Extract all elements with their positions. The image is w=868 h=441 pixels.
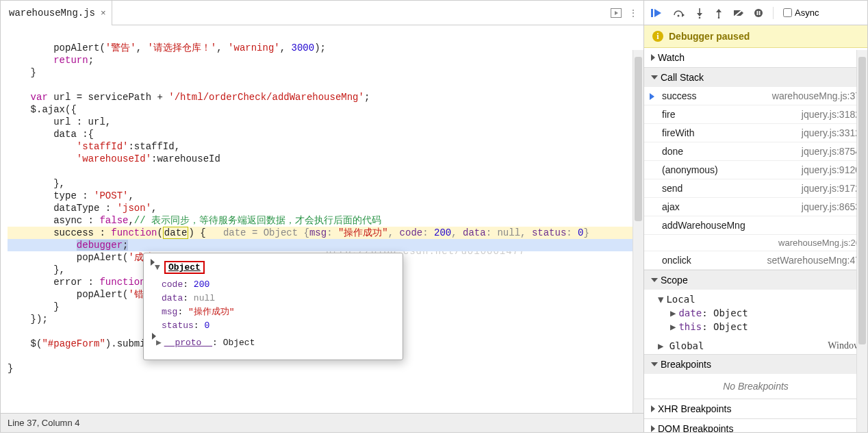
editor-tabbar: warehouseMng.js × ⋮: [1, 1, 643, 25]
breakpoints-section[interactable]: Breakpoints: [644, 355, 867, 374]
stack-location: warehouseMng.js:26: [644, 235, 867, 251]
svg-point-8: [699, 16, 701, 18]
popover-title: Object: [164, 261, 205, 274]
stack-frame[interactable]: (anonymous)jquery.js:9120: [644, 161, 867, 179]
pause-exceptions-icon[interactable]: [754, 8, 763, 18]
resume-icon[interactable]: [651, 8, 663, 18]
no-breakpoints-text: No Breakpoints: [644, 374, 867, 399]
async-checkbox[interactable]: Async: [783, 8, 819, 18]
stack-frame[interactable]: firejquery.js:3182: [644, 105, 867, 124]
svg-rect-15: [757, 11, 758, 15]
stack-frame[interactable]: onclicksetWarehouseMng:47: [644, 251, 867, 270]
info-icon: i: [652, 31, 663, 42]
stack-frame[interactable]: donejquery.js:8754: [644, 142, 867, 161]
svg-rect-2: [651, 9, 653, 17]
svg-rect-16: [759, 11, 761, 15]
close-icon[interactable]: ×: [101, 8, 106, 18]
stack-frame[interactable]: fireWithjquery.js:3312: [644, 124, 867, 142]
stack-frame[interactable]: addWarehouseMng: [644, 216, 867, 235]
svg-point-4: [678, 14, 680, 16]
debugger-toolbar: Async: [644, 1, 867, 25]
stack-frame[interactable]: successwarehouseMng.js:37: [644, 87, 867, 105]
svg-marker-10: [716, 9, 722, 12]
toggle-navigator-icon[interactable]: [611, 8, 622, 18]
stack-frame[interactable]: sendjquery.js:9172: [644, 179, 867, 198]
value-popover: ▼Object code: 200 data: null msg: "操作成功"…: [143, 253, 403, 360]
step-over-icon[interactable]: [673, 8, 685, 18]
xhr-breakpoints-section[interactable]: XHR Breakpoints: [644, 399, 867, 418]
svg-marker-3: [654, 9, 661, 17]
svg-marker-1: [615, 11, 618, 15]
tab-file[interactable]: warehouseMng.js ×: [1, 1, 112, 25]
step-into-icon[interactable]: [695, 8, 704, 18]
deactivate-breakpoints-icon[interactable]: [733, 8, 744, 18]
scope-section[interactable]: Scope: [644, 270, 867, 290]
more-icon[interactable]: ⋮: [628, 8, 638, 18]
svg-point-14: [754, 9, 763, 17]
stack-frame[interactable]: ajaxjquery.js:8653: [644, 198, 867, 216]
expand-icon[interactable]: ▼: [151, 259, 155, 266]
code-editor[interactable]: http://blog.csdn.net/u010001477 popAlert…: [1, 25, 643, 413]
callstack-section[interactable]: Call Stack: [644, 68, 867, 87]
step-out-icon[interactable]: [714, 8, 724, 18]
panel-scrollbar[interactable]: [856, 50, 867, 432]
expand-icon[interactable]: ▶: [152, 333, 156, 340]
dom-breakpoints-section[interactable]: DOM Breakpoints: [644, 419, 867, 432]
editor-scrollbar[interactable]: [633, 50, 643, 413]
scope-global[interactable]: ▶ GlobalWindow: [644, 338, 867, 354]
svg-marker-7: [697, 13, 702, 16]
debugger-paused-notice: i Debugger paused: [644, 25, 867, 48]
svg-marker-5: [682, 13, 685, 17]
tab-filename: warehouseMng.js: [9, 8, 95, 18]
watch-section[interactable]: Watch: [644, 48, 867, 67]
svg-point-11: [718, 16, 720, 18]
status-bar: Line 37, Column 4: [1, 413, 643, 432]
